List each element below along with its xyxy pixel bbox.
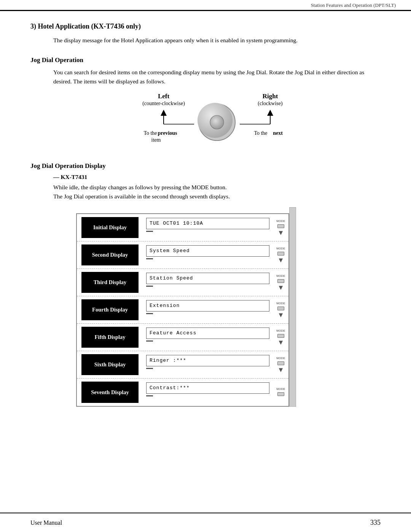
header-text: Station Features and Operation (DPT/SLT)	[311, 2, 396, 8]
screen-text: Ringer :***	[146, 355, 269, 366]
arrow-down-icon: ▼	[277, 284, 284, 291]
svg-marker-10	[267, 110, 273, 116]
display-screen: Ringer :***	[142, 351, 273, 378]
main-content: 3) Hotel Application (KX-T7436 only) The…	[0, 11, 411, 441]
mode-button-area: MODE▼	[273, 241, 288, 268]
display-heading: Jog Dial Operation Display	[30, 162, 381, 170]
screen-cursor	[146, 258, 153, 259]
mode-btn[interactable]	[277, 334, 284, 338]
section-hotel: 3) Hotel Application (KX-T7436 only) The…	[30, 22, 381, 45]
mode-button-area: MODE▼	[273, 351, 288, 378]
bottom-bar: User Manual 335	[0, 513, 411, 532]
display-row: Fifth DisplayFeature AccessMODE▼	[77, 324, 288, 351]
section-display: Jog Dial Operation Display — KX-T7431 Wh…	[30, 162, 381, 407]
display-diagram: Initial DisplayTUE OCT01 10:10AMODE▼Seco…	[76, 213, 289, 407]
mode-btn[interactable]	[277, 279, 284, 283]
display-row: Sixth DisplayRinger :***MODE▼	[77, 351, 288, 379]
mode-label: MODE	[277, 329, 285, 333]
display-row: Initial DisplayTUE OCT01 10:10AMODE▼	[77, 214, 288, 241]
svg-text:To the: To the	[254, 130, 267, 136]
screen-cursor	[146, 340, 153, 342]
screen-text: Extension	[146, 300, 269, 312]
screen-cursor	[146, 313, 153, 314]
display-label: Second Display	[81, 244, 139, 265]
display-label: Seventh Display	[81, 382, 139, 403]
arrow-down-icon: ▼	[277, 339, 284, 346]
arrow-down-icon: ▼	[277, 229, 284, 236]
footer-left: User Manual	[30, 519, 62, 526]
mode-btn[interactable]	[277, 361, 284, 365]
jog-body: You can search for desired items on the …	[53, 68, 381, 151]
display-row: Seventh DisplayContrast:***MODE	[77, 379, 288, 406]
svg-text:previous: previous	[158, 130, 177, 136]
display-screen: Extension	[142, 296, 273, 323]
svg-marker-2	[161, 110, 167, 116]
screen-text: Station Speed	[146, 273, 269, 284]
display-label: Third Display	[81, 272, 139, 293]
jog-diagram: Left (counter-clockwise) To the previous…	[53, 90, 381, 151]
display-row: Third DisplayStation SpeedMODE▼	[77, 269, 288, 296]
arrow-down-icon: ▼	[277, 366, 284, 373]
svg-text:Right: Right	[263, 93, 278, 100]
mode-btn[interactable]	[277, 307, 284, 310]
svg-text:next: next	[273, 130, 283, 136]
screen-cursor	[146, 286, 153, 287]
svg-point-17	[210, 115, 224, 129]
mode-label: MODE	[277, 387, 285, 391]
mode-label: MODE	[277, 247, 285, 251]
svg-text:To the: To the	[143, 130, 157, 136]
display-label: Fourth Display	[81, 299, 139, 320]
mode-btn[interactable]	[277, 224, 284, 228]
screen-text: Contrast:***	[146, 382, 269, 394]
mode-label: MODE	[277, 219, 285, 224]
screen-text: Feature Access	[146, 328, 269, 339]
hotel-heading: 3) Hotel Application (KX-T7436 only)	[30, 22, 381, 30]
display-label: Sixth Display	[81, 354, 139, 375]
svg-text:(counter-clockwise): (counter-clockwise)	[142, 101, 185, 107]
mode-label: MODE	[277, 302, 285, 306]
display-label: Fifth Display	[81, 327, 139, 348]
svg-text:Left: Left	[158, 93, 170, 100]
display-desc: While idle, the display changes as follo…	[53, 183, 381, 407]
section-jog: Jog Dial Operation You can search for de…	[30, 56, 381, 151]
mode-button-area: MODE▼	[273, 296, 288, 323]
hotel-body: The display message for the Hotel Applic…	[53, 36, 381, 45]
shadow-tab	[289, 207, 296, 407]
jog-svg: Left (counter-clockwise) To the previous…	[122, 90, 312, 151]
mode-btn[interactable]	[277, 252, 284, 256]
display-rows: Initial DisplayTUE OCT01 10:10AMODE▼Seco…	[77, 214, 288, 406]
mode-label: MODE	[277, 274, 285, 278]
footer-right: 335	[370, 519, 381, 527]
screen-text: TUE OCT01 10:10A	[146, 218, 269, 229]
model-heading: — KX-T7431	[53, 174, 381, 181]
arrow-down-icon: ▼	[277, 257, 284, 264]
display-screen: Feature Access	[142, 324, 273, 351]
display-label: Initial Display	[81, 217, 139, 238]
mode-button-area: MODE	[273, 379, 288, 406]
svg-text:item: item	[151, 137, 161, 143]
screen-text: System Speed	[146, 245, 269, 257]
screen-cursor	[146, 231, 153, 232]
display-screen: TUE OCT01 10:10A	[142, 214, 273, 241]
jog-heading: Jog Dial Operation	[30, 56, 381, 64]
display-row: Fourth DisplayExtensionMODE▼	[77, 296, 288, 324]
display-screen: Contrast:***	[142, 379, 273, 406]
mode-btn[interactable]	[277, 392, 284, 396]
top-bar: Station Features and Operation (DPT/SLT)	[0, 0, 411, 11]
display-row: Second DisplaySystem SpeedMODE▼	[77, 241, 288, 269]
mode-button-area: MODE▼	[273, 269, 288, 296]
display-screen: System Speed	[142, 241, 273, 268]
mode-label: MODE	[277, 356, 285, 361]
mode-button-area: MODE▼	[273, 324, 288, 351]
display-screen: Station Speed	[142, 269, 273, 296]
arrow-down-icon: ▼	[277, 312, 284, 318]
svg-text:(clockwise): (clockwise)	[258, 101, 283, 107]
screen-cursor	[146, 395, 153, 396]
screen-cursor	[146, 368, 153, 369]
mode-button-area: MODE▼	[273, 214, 288, 241]
